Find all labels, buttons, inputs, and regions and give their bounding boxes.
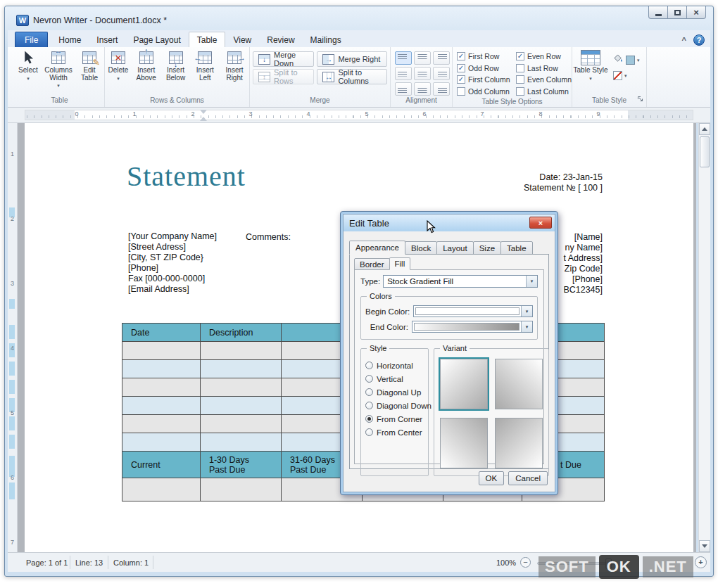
dialog-tab-layout[interactable]: Layout	[436, 241, 474, 255]
radio-icon	[365, 428, 373, 436]
delete-label: Delete	[108, 67, 128, 75]
checkbox-first-column[interactable]: ✓First Column	[457, 74, 513, 86]
table-style-dialog-launcher[interactable]	[637, 93, 644, 106]
radio-horizontal[interactable]: Horizontal	[365, 359, 424, 372]
checkbox-even-row[interactable]: ✓Even Row	[516, 51, 575, 63]
collapse-ribbon-button[interactable]: ^	[682, 36, 686, 44]
vertical-ruler[interactable]: 1 2 3 4 5 6 7	[8, 123, 18, 552]
end-color-select[interactable]: ▾	[412, 321, 533, 333]
dialog-close-button[interactable]: ×	[529, 217, 552, 229]
align-bottom-right-button[interactable]	[433, 82, 450, 96]
watermark-segment: SOFT	[538, 556, 596, 577]
tab-file[interactable]: File	[15, 32, 48, 47]
select-button[interactable]: Select ▾	[15, 47, 42, 96]
fill-color-button[interactable]: ▾	[613, 53, 640, 67]
split-to-rows-label: Split to Rows	[274, 68, 308, 85]
radio-from-center[interactable]: From Center	[365, 426, 424, 439]
variant-swatch-4[interactable]	[495, 418, 543, 468]
scroll-up-button[interactable]	[699, 123, 710, 135]
variant-swatch-1[interactable]	[440, 359, 488, 409]
vertical-scrollbar[interactable]	[698, 123, 710, 552]
columns-width-button[interactable]: ↔ Columns Width ▾	[42, 47, 75, 96]
checkbox-odd-column[interactable]: Odd Column	[457, 86, 513, 98]
end-color-label: End Color:	[370, 323, 408, 331]
checkbox-first-row[interactable]: ✓First Row	[457, 51, 513, 63]
variant-swatch-2[interactable]	[495, 359, 543, 409]
no-border-button[interactable]: ▾	[613, 71, 640, 80]
subtab-border[interactable]: Border	[354, 258, 390, 270]
delete-button[interactable]: ✕ Delete ▾	[105, 47, 132, 96]
checkbox-last-row[interactable]: Last Row	[516, 63, 575, 75]
chevron-down-icon[interactable]: ▾	[521, 306, 532, 317]
chevron-down-icon[interactable]: ▾	[521, 321, 532, 332]
align-bottom-center-button[interactable]	[414, 82, 431, 96]
merge-right-label: Merge Right	[338, 55, 380, 63]
radio-diagonal-up[interactable]: Diagonal Up	[365, 385, 424, 399]
chevron-down-icon[interactable]: ▾	[526, 276, 537, 287]
variant-legend: Variant	[440, 344, 470, 352]
insert-right-button[interactable]: → Insert Right	[220, 47, 249, 96]
subtab-fill[interactable]: Fill	[389, 257, 411, 270]
dialog-tab-block[interactable]: Block	[405, 241, 437, 255]
close-button[interactable]: ×	[686, 6, 706, 19]
cancel-button[interactable]: Cancel	[508, 471, 548, 485]
tab-page-layout[interactable]: Page Layout	[125, 32, 188, 47]
columns-width-icon: ↔	[49, 50, 68, 65]
insert-above-button[interactable]: ↑ Insert Above	[132, 47, 161, 96]
insert-left-button[interactable]: ← Insert Left	[190, 47, 220, 96]
align-top-center-button[interactable]	[414, 51, 431, 65]
ruler-number: 8	[538, 110, 542, 117]
scroll-down-button[interactable]	[699, 540, 710, 552]
insert-below-button[interactable]: ↓ Insert Below	[161, 47, 191, 96]
align-top-right-button[interactable]	[433, 51, 450, 65]
tab-home[interactable]: Home	[51, 32, 89, 47]
tab-insert[interactable]: Insert	[89, 32, 125, 47]
ok-button[interactable]: OK	[479, 471, 505, 485]
ribbon-group-table-style-options: ✓First Row ✓Even Row ✓Odd Row Last Row ✓…	[453, 47, 572, 107]
begin-color-select[interactable]: ▾	[413, 305, 533, 317]
horizontal-ruler[interactable]: 0 1 2 3 4 5 6 7 8 9	[8, 108, 710, 123]
split-to-columns-button[interactable]: ↔ Split to Columns	[317, 69, 387, 84]
dialog-titlebar[interactable]: Edit Table ×	[344, 215, 555, 231]
tab-table[interactable]: Table	[189, 32, 226, 47]
checkbox-even-column[interactable]: Even Column	[516, 74, 575, 86]
checkbox-odd-row[interactable]: ✓Odd Row	[457, 63, 513, 75]
dialog-tab-appearance[interactable]: Appearance	[349, 241, 405, 255]
fill-type-select[interactable]: Stock Gradient Fill ▾	[383, 275, 538, 288]
dialog-tab-strip: Appearance Block Layout Size Table	[349, 241, 532, 255]
date-line: Date: 23-Jan-15	[524, 172, 603, 183]
tab-mailings[interactable]: Mailings	[303, 32, 349, 47]
merge-down-button[interactable]: ↓ Merge Down	[253, 51, 314, 67]
columns-width-label: Columns Width	[42, 67, 75, 82]
align-bottom-left-button[interactable]	[395, 82, 412, 96]
dropdown-icon: ▾	[589, 75, 592, 83]
edit-table-label: Edit Table	[75, 67, 103, 82]
align-top-left-button[interactable]	[395, 51, 412, 65]
zoom-in-button[interactable]: +	[695, 556, 707, 568]
zoom-out-button[interactable]: −	[520, 557, 531, 568]
radio-diagonal-down[interactable]: Diagonal Down	[365, 399, 424, 412]
align-middle-center-button[interactable]	[414, 67, 431, 80]
variant-swatch-3[interactable]	[440, 418, 488, 468]
minimize-button[interactable]	[648, 6, 668, 19]
radio-vertical[interactable]: Vertical	[365, 372, 424, 385]
tab-view[interactable]: View	[225, 32, 259, 47]
table-style-button[interactable]: Table Style ▾	[572, 47, 609, 96]
align-middle-right-button[interactable]	[433, 67, 450, 80]
ruler-number: 6	[8, 474, 17, 481]
align-middle-left-button[interactable]	[395, 67, 412, 80]
radio-from-corner[interactable]: From Corner	[365, 412, 424, 426]
tab-review[interactable]: Review	[259, 32, 302, 47]
insert-below-icon: ↓	[167, 50, 185, 65]
ribbon-group-table: Select ▾ ↔ Columns Width ▾ ✎ Edit Table …	[15, 47, 105, 107]
dialog-tab-size[interactable]: Size	[473, 241, 501, 255]
merge-right-button[interactable]: → Merge Right	[317, 51, 387, 67]
hanging-indent-marker[interactable]	[200, 113, 207, 121]
titlebar[interactable]: W Nevron Writer - Document1.docx *	[5, 6, 713, 30]
checkbox-last-column[interactable]: Last Column	[516, 86, 575, 98]
help-button[interactable]: ?	[693, 34, 705, 46]
dialog-tab-table[interactable]: Table	[500, 241, 533, 255]
scrollbar-thumb[interactable]	[700, 136, 710, 167]
maximize-button[interactable]	[667, 6, 687, 19]
edit-table-button[interactable]: ✎ Edit Table	[75, 47, 103, 96]
